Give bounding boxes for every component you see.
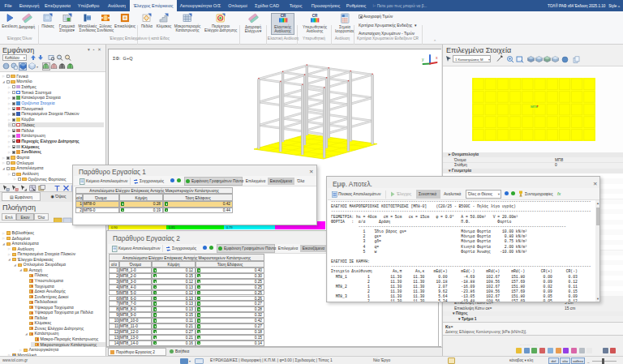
svg-text:CR: CR: [280, 14, 286, 18]
svg-text:ΜΠ8: ΜΠ8: [531, 105, 539, 109]
svg-text:CR: CR: [312, 14, 318, 18]
svg-text:x: x: [436, 55, 438, 60]
svg-text:y: y: [422, 57, 424, 62]
